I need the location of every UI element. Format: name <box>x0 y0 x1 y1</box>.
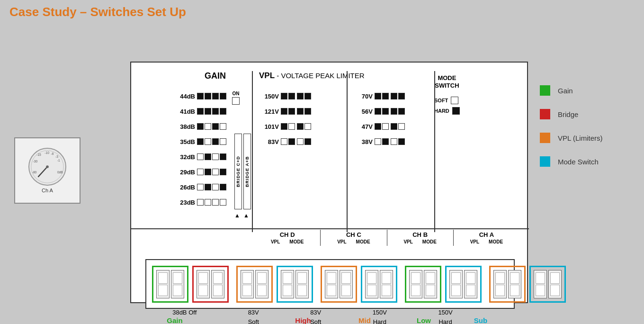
gain-row-38: 38dB <box>171 119 227 134</box>
sub-mode-sw-2 <box>548 270 562 298</box>
svg-text:-1: -1 <box>57 159 60 162</box>
bottom-switches-area <box>145 259 515 309</box>
gain-value: 38dB Off <box>172 308 197 324</box>
sw <box>281 93 287 99</box>
sw <box>382 108 389 115</box>
high-mode-group <box>277 266 313 303</box>
low-value: 150V Hard <box>373 308 387 324</box>
hard-switch <box>452 107 460 115</box>
gain-vpl-divider <box>252 71 253 232</box>
sw <box>382 138 389 145</box>
vpl-row-56: 56V <box>353 104 406 119</box>
bridge-ab-arrow: ▲ <box>243 212 249 219</box>
bridge-switch-group <box>192 266 229 303</box>
sub-vpl-group <box>489 266 526 303</box>
diagram-inner: GAIN VPL - VOLTAGE PEAK LIMITER 44dB <box>131 63 527 302</box>
sw <box>205 199 211 206</box>
legend-mode-color <box>540 156 550 167</box>
legend-mode: Mode Switch <box>540 156 635 167</box>
ch-c-mode: MODE <box>356 239 370 244</box>
legend-bridge-label: Bridge <box>558 110 578 118</box>
svg-line-1 <box>38 167 47 177</box>
bridge-cd-container: BRIDGE C+D <box>234 105 242 209</box>
vpl-row-70: 70V <box>353 89 406 104</box>
svg-text:0dB: 0dB <box>57 171 63 174</box>
legend-vpl-color <box>540 133 550 143</box>
bridge-ab-container: BRIDGE A+B <box>243 105 251 209</box>
legend-bridge-color <box>540 109 550 119</box>
sw <box>398 108 405 115</box>
low-mode-sw-1 <box>449 270 463 298</box>
gain-row-29: 29dB <box>171 164 227 180</box>
gain-label-44: 44dB <box>171 93 195 100</box>
sw <box>220 123 226 130</box>
svg-text:-80: -80 <box>32 171 37 174</box>
gain-switch-group <box>152 266 188 303</box>
legend-bridge: Bridge <box>540 109 635 119</box>
svg-text:-3: -3 <box>55 155 58 158</box>
on-section: ON <box>232 91 240 105</box>
sw <box>297 123 304 130</box>
sw <box>391 108 397 115</box>
ch-d-vpl: VPL <box>271 239 280 244</box>
legend-mode-label: Mode Switch <box>558 158 599 166</box>
mid-mode-sw-2 <box>380 270 393 298</box>
sw <box>220 169 226 175</box>
sw <box>391 138 397 145</box>
sw <box>304 123 311 130</box>
sw <box>197 93 204 99</box>
sw <box>212 108 219 115</box>
low-vpl-sw-2 <box>424 270 437 298</box>
vpl-row-47: 47V <box>353 119 406 134</box>
mode-soft-row: SOFT <box>434 97 460 104</box>
legend-gain-color <box>540 85 550 96</box>
sw <box>288 108 295 115</box>
knob-panel: -1 -3 -6 -10 -15 -30 -80 0dB Ch A <box>14 137 80 204</box>
sw <box>297 108 304 115</box>
sub-vpl-sw-1 <box>493 270 507 298</box>
gain-row-41: 41dB <box>171 104 227 119</box>
sw <box>382 123 389 130</box>
sw-pair-44b <box>212 93 226 99</box>
sw <box>212 199 219 206</box>
high-vpl-group <box>236 266 273 303</box>
vpl-row-38: 38V <box>353 134 406 149</box>
bridge-cd-label: BRIDGE C+D <box>234 134 242 209</box>
ch-b-mode: MODE <box>422 239 437 244</box>
mid-mode-group <box>361 266 397 303</box>
sw <box>297 138 304 145</box>
vpl-row-83: 83V <box>259 134 312 149</box>
sw <box>197 199 204 206</box>
mode-switch-title: MODESWITCH <box>434 74 460 89</box>
sw <box>205 184 211 190</box>
sw <box>304 108 311 115</box>
sw <box>220 93 226 99</box>
on-switch <box>232 97 240 105</box>
soft-label: SOFT <box>434 98 448 103</box>
mid-vpl-group <box>321 266 357 303</box>
soft-switch <box>451 97 458 104</box>
ch-a-mode: MODE <box>489 239 503 244</box>
page-title: Case Study – Switches Set Up <box>9 5 186 19</box>
vpl-mid-divider <box>347 71 348 232</box>
hard-label: HARD <box>434 108 449 114</box>
ch-d-header: CH D VPL MODE <box>254 230 321 246</box>
vpl-row-150: 150V <box>259 89 312 104</box>
on-label: ON <box>233 91 240 96</box>
sw <box>288 93 295 99</box>
vpl-title-bold: VPL <box>259 71 275 80</box>
knob-svg: -1 -3 -6 -10 -15 -30 -80 0dB <box>29 148 65 186</box>
ch-b-name: CH B <box>412 231 428 238</box>
sw <box>205 153 211 160</box>
sw <box>375 93 381 99</box>
legend: Gain Bridge VPL (Limiters) Mode Switch <box>540 85 635 180</box>
bottom-value-labels: 38dB Off 83V Soft 83V Soft 150V Hard 150… <box>147 308 478 324</box>
sw <box>281 138 287 145</box>
vpl-left-rows: 150V 121V <box>259 89 312 149</box>
sw <box>391 123 397 130</box>
knob-circle[interactable]: -1 -3 -6 -10 -15 -30 -80 0dB <box>28 148 66 186</box>
gain-row-35: 35dB <box>171 134 227 149</box>
ch-d-name: CH D <box>280 231 295 238</box>
channel-headers-row: CH D VPL MODE CH C VPL MODE CH B VPL <box>254 230 519 246</box>
high-value: 83V Soft <box>248 308 259 324</box>
